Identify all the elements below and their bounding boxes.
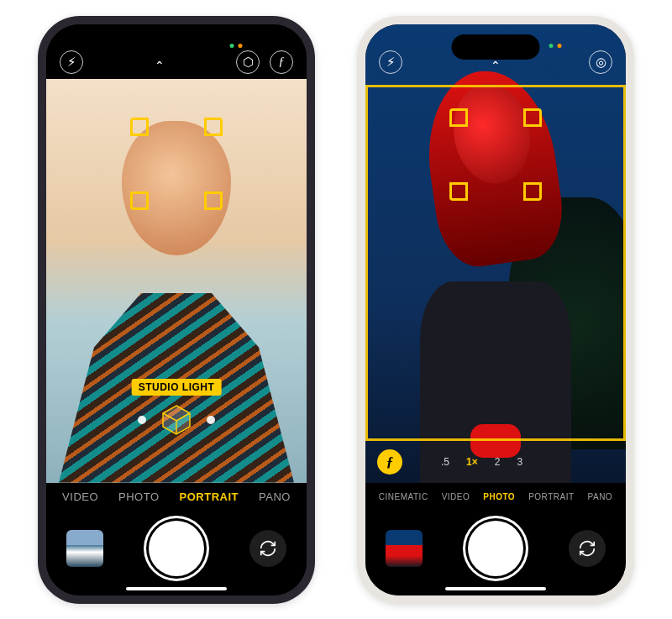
home-indicator[interactable] [126,587,227,590]
lighting-option-dot[interactable] [138,416,146,424]
last-photo-thumbnail[interactable] [386,530,423,567]
viewfinder[interactable]: ƒ .5 1× 2 3 [365,24,626,483]
phone-photo-mode: ⚡︎ ⌃ ◎ ƒ .5 1× 2 [357,16,634,604]
mode-portrait[interactable]: PORTRAIT [180,490,239,503]
mode-pano[interactable]: PANO [588,492,613,501]
filters-icon[interactable]: ◎ [589,50,612,74]
zoom-bar: ƒ .5 1× 2 3 [365,449,626,475]
flash-icon[interactable]: ⚡︎ [60,50,83,74]
camera-mode-selector[interactable]: CINEMATIC VIDEO PHOTO PORTRAIT PANO [365,483,626,511]
mode-photo[interactable]: PHOTO [118,490,160,503]
shutter-button[interactable] [468,521,523,576]
focus-bracket [130,118,223,210]
flip-camera-icon[interactable] [249,530,286,567]
zoom-options[interactable]: .5 1× 2 3 [441,456,522,468]
portrait-lighting-wheel[interactable] [138,403,215,437]
camera-mode-selector[interactable]: VIDEO PHOTO PORTRAIT PANO [46,483,307,511]
camera-bottom-bar [46,511,307,595]
mode-photo[interactable]: PHOTO [483,492,515,501]
aperture-badge-icon[interactable]: ƒ [377,449,402,475]
home-indicator[interactable] [445,587,546,590]
screen: ⚡︎ ⌃ ◎ ƒ .5 1× 2 [365,24,626,595]
screen: ⚡︎ ⌃ ⬡ ƒ STUDIO LIGHT [46,24,307,595]
mode-portrait[interactable]: PORTRAIT [528,492,574,501]
lighting-cube-icon[interactable] [160,403,193,437]
viewfinder[interactable]: STUDIO LIGHT [46,79,307,483]
dynamic-island [452,34,540,60]
zoom-1x[interactable]: 1× [466,456,478,468]
expand-controls-icon[interactable]: ⌃ [491,59,501,72]
mode-pano[interactable]: PANO [259,490,291,503]
filters-icon[interactable]: ⬡ [236,50,260,74]
zoom-2x[interactable]: 2 [495,456,501,468]
zoom-3x[interactable]: 3 [517,456,522,468]
flash-icon[interactable]: ⚡︎ [379,50,402,74]
mode-video[interactable]: VIDEO [62,490,98,503]
mode-video[interactable]: VIDEO [442,492,470,501]
mode-cinematic[interactable]: CINEMATIC [379,492,428,501]
camera-bottom-bar [365,511,626,595]
phone-portrait-mode: ⚡︎ ⌃ ⬡ ƒ STUDIO LIGHT [38,16,315,604]
viewfinder-image [365,24,626,483]
portrait-lighting-label: STUDIO LIGHT [132,379,222,396]
last-photo-thumbnail[interactable] [66,530,103,567]
aperture-icon[interactable]: ƒ [270,50,293,74]
dynamic-island [133,34,221,60]
expand-controls-icon[interactable]: ⌃ [155,59,165,72]
shutter-button[interactable] [149,521,204,576]
zoom-0-5x[interactable]: .5 [441,456,449,468]
lighting-option-dot[interactable] [207,416,215,424]
flip-camera-icon[interactable] [569,530,606,567]
focus-bracket [449,108,542,201]
